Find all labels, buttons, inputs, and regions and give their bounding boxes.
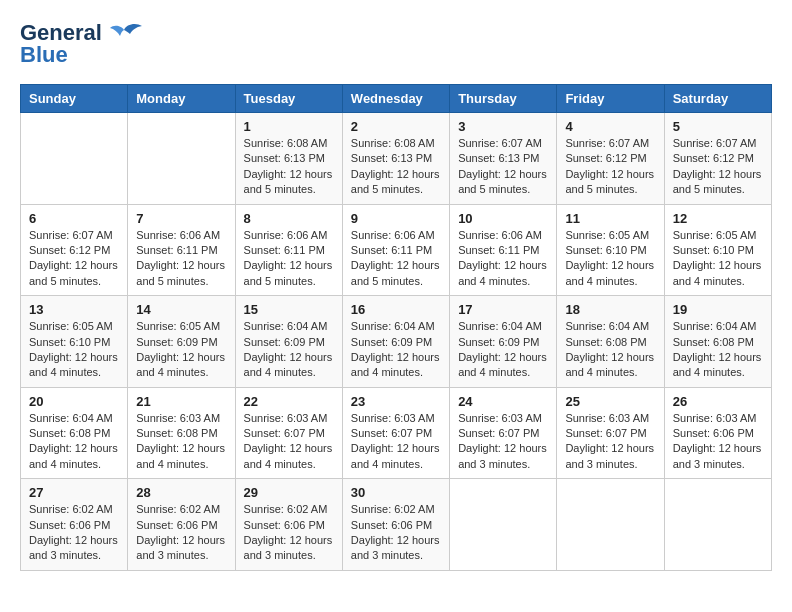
day-info: Sunrise: 6:04 AM Sunset: 6:09 PM Dayligh… — [458, 319, 548, 381]
calendar-header-tuesday: Tuesday — [235, 85, 342, 113]
calendar-cell: 17Sunrise: 6:04 AM Sunset: 6:09 PM Dayli… — [450, 296, 557, 388]
day-info: Sunrise: 6:04 AM Sunset: 6:09 PM Dayligh… — [244, 319, 334, 381]
day-number: 26 — [673, 394, 763, 409]
calendar-week-3: 13Sunrise: 6:05 AM Sunset: 6:10 PM Dayli… — [21, 296, 772, 388]
logo-bird-icon — [106, 22, 142, 44]
calendar-cell: 15Sunrise: 6:04 AM Sunset: 6:09 PM Dayli… — [235, 296, 342, 388]
day-info: Sunrise: 6:05 AM Sunset: 6:10 PM Dayligh… — [565, 228, 655, 290]
day-info: Sunrise: 6:03 AM Sunset: 6:08 PM Dayligh… — [136, 411, 226, 473]
day-info: Sunrise: 6:07 AM Sunset: 6:12 PM Dayligh… — [29, 228, 119, 290]
day-info: Sunrise: 6:03 AM Sunset: 6:07 PM Dayligh… — [458, 411, 548, 473]
day-info: Sunrise: 6:02 AM Sunset: 6:06 PM Dayligh… — [136, 502, 226, 564]
day-number: 21 — [136, 394, 226, 409]
calendar-cell — [128, 113, 235, 205]
calendar-week-2: 6Sunrise: 6:07 AM Sunset: 6:12 PM Daylig… — [21, 204, 772, 296]
page-header: General Blue — [20, 20, 772, 68]
day-number: 29 — [244, 485, 334, 500]
day-info: Sunrise: 6:03 AM Sunset: 6:07 PM Dayligh… — [351, 411, 441, 473]
day-info: Sunrise: 6:03 AM Sunset: 6:07 PM Dayligh… — [565, 411, 655, 473]
calendar-cell: 19Sunrise: 6:04 AM Sunset: 6:08 PM Dayli… — [664, 296, 771, 388]
calendar-header-friday: Friday — [557, 85, 664, 113]
calendar-cell — [450, 479, 557, 571]
day-info: Sunrise: 6:07 AM Sunset: 6:13 PM Dayligh… — [458, 136, 548, 198]
calendar-cell — [557, 479, 664, 571]
day-info: Sunrise: 6:07 AM Sunset: 6:12 PM Dayligh… — [673, 136, 763, 198]
day-number: 23 — [351, 394, 441, 409]
day-info: Sunrise: 6:06 AM Sunset: 6:11 PM Dayligh… — [244, 228, 334, 290]
day-number: 7 — [136, 211, 226, 226]
calendar-cell: 29Sunrise: 6:02 AM Sunset: 6:06 PM Dayli… — [235, 479, 342, 571]
calendar-header-monday: Monday — [128, 85, 235, 113]
day-info: Sunrise: 6:07 AM Sunset: 6:12 PM Dayligh… — [565, 136, 655, 198]
day-number: 14 — [136, 302, 226, 317]
calendar-cell: 22Sunrise: 6:03 AM Sunset: 6:07 PM Dayli… — [235, 387, 342, 479]
calendar-cell: 16Sunrise: 6:04 AM Sunset: 6:09 PM Dayli… — [342, 296, 449, 388]
logo-text-blue: Blue — [20, 42, 68, 68]
day-info: Sunrise: 6:06 AM Sunset: 6:11 PM Dayligh… — [351, 228, 441, 290]
day-info: Sunrise: 6:03 AM Sunset: 6:06 PM Dayligh… — [673, 411, 763, 473]
day-info: Sunrise: 6:04 AM Sunset: 6:08 PM Dayligh… — [673, 319, 763, 381]
calendar-cell: 4Sunrise: 6:07 AM Sunset: 6:12 PM Daylig… — [557, 113, 664, 205]
day-number: 28 — [136, 485, 226, 500]
day-info: Sunrise: 6:06 AM Sunset: 6:11 PM Dayligh… — [458, 228, 548, 290]
day-info: Sunrise: 6:02 AM Sunset: 6:06 PM Dayligh… — [29, 502, 119, 564]
calendar-cell: 6Sunrise: 6:07 AM Sunset: 6:12 PM Daylig… — [21, 204, 128, 296]
calendar-cell — [21, 113, 128, 205]
calendar-cell: 8Sunrise: 6:06 AM Sunset: 6:11 PM Daylig… — [235, 204, 342, 296]
day-number: 5 — [673, 119, 763, 134]
day-number: 9 — [351, 211, 441, 226]
day-number: 2 — [351, 119, 441, 134]
calendar-cell: 11Sunrise: 6:05 AM Sunset: 6:10 PM Dayli… — [557, 204, 664, 296]
calendar-cell: 1Sunrise: 6:08 AM Sunset: 6:13 PM Daylig… — [235, 113, 342, 205]
calendar-cell: 3Sunrise: 6:07 AM Sunset: 6:13 PM Daylig… — [450, 113, 557, 205]
calendar-week-4: 20Sunrise: 6:04 AM Sunset: 6:08 PM Dayli… — [21, 387, 772, 479]
day-info: Sunrise: 6:04 AM Sunset: 6:08 PM Dayligh… — [565, 319, 655, 381]
day-number: 12 — [673, 211, 763, 226]
calendar-cell: 28Sunrise: 6:02 AM Sunset: 6:06 PM Dayli… — [128, 479, 235, 571]
day-number: 15 — [244, 302, 334, 317]
calendar-cell: 10Sunrise: 6:06 AM Sunset: 6:11 PM Dayli… — [450, 204, 557, 296]
logo: General Blue — [20, 20, 142, 68]
day-info: Sunrise: 6:04 AM Sunset: 6:08 PM Dayligh… — [29, 411, 119, 473]
calendar-cell: 20Sunrise: 6:04 AM Sunset: 6:08 PM Dayli… — [21, 387, 128, 479]
calendar-header-row: SundayMondayTuesdayWednesdayThursdayFrid… — [21, 85, 772, 113]
day-number: 10 — [458, 211, 548, 226]
calendar-cell: 23Sunrise: 6:03 AM Sunset: 6:07 PM Dayli… — [342, 387, 449, 479]
day-info: Sunrise: 6:04 AM Sunset: 6:09 PM Dayligh… — [351, 319, 441, 381]
calendar-header-wednesday: Wednesday — [342, 85, 449, 113]
calendar-cell: 14Sunrise: 6:05 AM Sunset: 6:09 PM Dayli… — [128, 296, 235, 388]
day-number: 30 — [351, 485, 441, 500]
day-info: Sunrise: 6:06 AM Sunset: 6:11 PM Dayligh… — [136, 228, 226, 290]
calendar-cell: 30Sunrise: 6:02 AM Sunset: 6:06 PM Dayli… — [342, 479, 449, 571]
calendar-cell: 2Sunrise: 6:08 AM Sunset: 6:13 PM Daylig… — [342, 113, 449, 205]
day-info: Sunrise: 6:05 AM Sunset: 6:10 PM Dayligh… — [673, 228, 763, 290]
calendar-week-1: 1Sunrise: 6:08 AM Sunset: 6:13 PM Daylig… — [21, 113, 772, 205]
day-number: 22 — [244, 394, 334, 409]
calendar-cell: 18Sunrise: 6:04 AM Sunset: 6:08 PM Dayli… — [557, 296, 664, 388]
day-info: Sunrise: 6:05 AM Sunset: 6:10 PM Dayligh… — [29, 319, 119, 381]
day-number: 19 — [673, 302, 763, 317]
calendar-cell: 25Sunrise: 6:03 AM Sunset: 6:07 PM Dayli… — [557, 387, 664, 479]
calendar-cell — [664, 479, 771, 571]
day-info: Sunrise: 6:03 AM Sunset: 6:07 PM Dayligh… — [244, 411, 334, 473]
day-info: Sunrise: 6:02 AM Sunset: 6:06 PM Dayligh… — [351, 502, 441, 564]
day-number: 11 — [565, 211, 655, 226]
calendar-header-saturday: Saturday — [664, 85, 771, 113]
calendar-cell: 7Sunrise: 6:06 AM Sunset: 6:11 PM Daylig… — [128, 204, 235, 296]
calendar-week-5: 27Sunrise: 6:02 AM Sunset: 6:06 PM Dayli… — [21, 479, 772, 571]
day-number: 20 — [29, 394, 119, 409]
day-info: Sunrise: 6:05 AM Sunset: 6:09 PM Dayligh… — [136, 319, 226, 381]
day-number: 4 — [565, 119, 655, 134]
day-number: 16 — [351, 302, 441, 317]
day-number: 27 — [29, 485, 119, 500]
day-number: 13 — [29, 302, 119, 317]
day-info: Sunrise: 6:08 AM Sunset: 6:13 PM Dayligh… — [244, 136, 334, 198]
calendar-cell: 9Sunrise: 6:06 AM Sunset: 6:11 PM Daylig… — [342, 204, 449, 296]
calendar-cell: 12Sunrise: 6:05 AM Sunset: 6:10 PM Dayli… — [664, 204, 771, 296]
calendar-cell: 13Sunrise: 6:05 AM Sunset: 6:10 PM Dayli… — [21, 296, 128, 388]
calendar-header-thursday: Thursday — [450, 85, 557, 113]
day-number: 25 — [565, 394, 655, 409]
day-number: 8 — [244, 211, 334, 226]
day-info: Sunrise: 6:02 AM Sunset: 6:06 PM Dayligh… — [244, 502, 334, 564]
day-number: 18 — [565, 302, 655, 317]
